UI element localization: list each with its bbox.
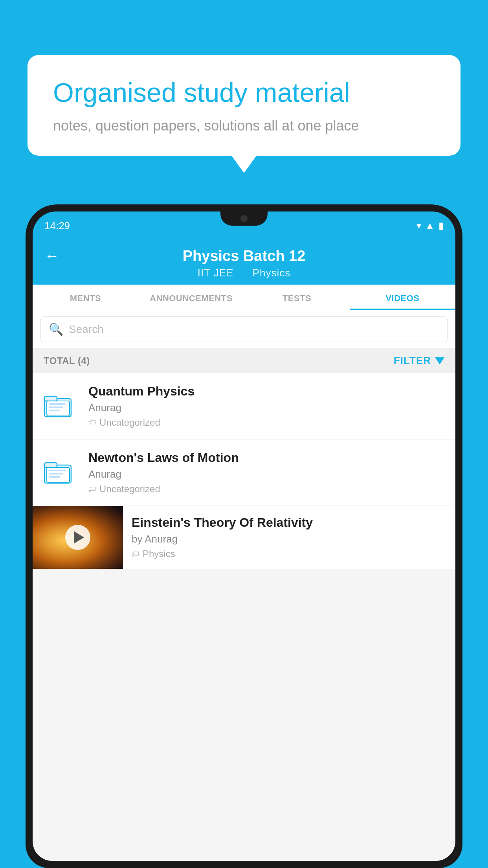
content-list: Quantum Physics Anurag 🏷 Uncategorized	[33, 373, 455, 569]
folder-icon	[44, 392, 73, 419]
tab-tests[interactable]: TESTS	[244, 285, 350, 310]
svg-rect-9	[49, 470, 66, 471]
search-placeholder: Search	[69, 323, 104, 336]
list-item[interactable]: Quantum Physics Anurag 🏷 Uncategorized	[33, 373, 455, 440]
search-container: 🔍 Search	[33, 310, 455, 348]
svg-rect-3	[49, 403, 66, 405]
wifi-icon: ▾	[416, 220, 421, 231]
svg-rect-10	[49, 473, 63, 474]
item-title: Newton's Laws of Motion	[88, 451, 444, 465]
svg-rect-11	[49, 476, 60, 478]
tag-label: Uncategorized	[99, 484, 160, 495]
item-details: Quantum Physics Anurag 🏷 Uncategorized	[88, 384, 444, 428]
tag-icon: 🏷	[88, 485, 96, 494]
svg-rect-8	[47, 467, 70, 482]
header-subtitle-part2: Physics	[253, 267, 291, 279]
tag-icon: 🏷	[88, 418, 96, 427]
svg-rect-1	[44, 396, 57, 401]
folder-icon	[44, 458, 73, 485]
tab-ments[interactable]: MENTS	[33, 285, 138, 310]
filter-button[interactable]: FILTER	[394, 355, 444, 367]
status-icons: ▾ ▲ ▮	[416, 220, 444, 231]
header-top: ← Physics Batch 12	[44, 248, 444, 265]
filter-label: FILTER	[394, 355, 431, 367]
search-box[interactable]: 🔍 Search	[40, 316, 448, 342]
filter-bar: TOTAL (4) FILTER	[33, 348, 455, 373]
phone-outer: 14:29 ▾ ▲ ▮ ← Physics Batch 12 IIT JEE	[26, 204, 462, 868]
signal-icon: ▲	[425, 220, 435, 231]
tag-label: Uncategorized	[99, 417, 160, 428]
thumb-title: Einstein's Theory Of Relativity	[132, 515, 447, 530]
thumb-tag: 🏷 Physics	[132, 548, 447, 559]
list-item[interactable]: Newton's Laws of Motion Anurag 🏷 Uncateg…	[33, 440, 455, 506]
bubble-title: Organised study material	[53, 77, 435, 109]
thumb-author: by Anurag	[132, 533, 447, 545]
thumb-details: Einstein's Theory Of Relativity by Anura…	[123, 508, 455, 566]
app-header: ← Physics Batch 12 IIT JEE Physics	[33, 240, 455, 285]
item-author: Anurag	[88, 402, 444, 414]
item-tag: 🏷 Uncategorized	[88, 484, 444, 495]
header-subtitle: IIT JEE Physics	[194, 267, 295, 279]
svg-rect-4	[49, 406, 63, 408]
tag-icon: 🏷	[132, 550, 139, 559]
list-item-thumb[interactable]: Einstein's Theory Of Relativity by Anura…	[33, 506, 455, 569]
svg-rect-2	[47, 401, 70, 416]
item-title: Quantum Physics	[88, 384, 444, 399]
video-thumbnail	[33, 506, 123, 569]
tab-videos[interactable]: VIDEOS	[350, 285, 455, 310]
tabs-bar: MENTS ANNOUNCEMENTS TESTS VIDEOS	[33, 285, 455, 310]
item-icon	[44, 458, 79, 487]
phone-screen: ← Physics Batch 12 IIT JEE Physics MENTS…	[33, 240, 455, 861]
header-title: Physics Batch 12	[183, 248, 306, 265]
item-tag: 🏷 Uncategorized	[88, 417, 444, 428]
bubble-subtitle: notes, question papers, solutions all at…	[53, 118, 435, 134]
item-details: Newton's Laws of Motion Anurag 🏷 Uncateg…	[88, 451, 444, 495]
camera-dot	[240, 215, 248, 222]
svg-rect-7	[44, 463, 57, 467]
speech-bubble: Organised study material notes, question…	[28, 55, 460, 156]
status-time: 14:29	[44, 220, 70, 232]
search-icon: 🔍	[49, 322, 63, 336]
total-count: TOTAL (4)	[44, 355, 90, 366]
phone-wrapper: 14:29 ▾ ▲ ▮ ← Physics Batch 12 IIT JEE	[26, 204, 462, 868]
item-author: Anurag	[88, 468, 444, 480]
item-icon	[44, 392, 79, 421]
battery-icon: ▮	[438, 220, 444, 231]
status-bar: 14:29 ▾ ▲ ▮	[33, 211, 455, 240]
play-button[interactable]	[65, 525, 90, 550]
back-button[interactable]: ←	[44, 248, 59, 265]
tag-label: Physics	[143, 548, 175, 559]
filter-icon	[435, 357, 444, 364]
play-icon	[74, 531, 84, 544]
speech-bubble-container: Organised study material notes, question…	[28, 55, 460, 156]
svg-rect-5	[49, 410, 60, 411]
notch	[220, 211, 268, 226]
tab-announcements[interactable]: ANNOUNCEMENTS	[138, 285, 244, 310]
header-subtitle-part1: IIT JEE	[198, 267, 234, 279]
